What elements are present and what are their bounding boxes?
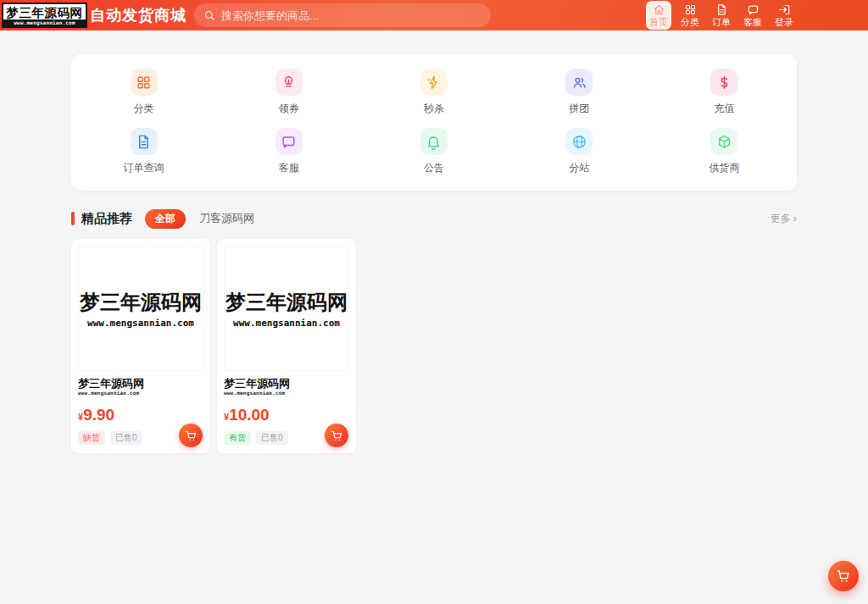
nav-item-categories[interactable]: 分类: [677, 1, 703, 30]
product-card[interactable]: 梦三年源码网 www.mengsannian.com 梦三年源码网 www.me…: [217, 239, 356, 453]
product-price: ¥10.00: [224, 407, 349, 425]
product-name-subtitle: www.mengsannian.com: [224, 390, 349, 396]
group-icon: [565, 69, 593, 96]
floating-cart-button[interactable]: [828, 561, 859, 591]
service-label: 秒杀: [424, 102, 444, 116]
file-icon: [131, 128, 158, 155]
section-accent-bar: [71, 212, 75, 225]
product-card[interactable]: 梦三年源码网 www.mengsannian.com 梦三年源码网 www.me…: [71, 239, 210, 453]
add-to-cart-button[interactable]: [179, 424, 203, 447]
login-icon: [778, 3, 791, 16]
home-icon: [653, 3, 665, 16]
product-image: 梦三年源码网 www.mengsannian.com: [78, 246, 203, 371]
nav-label: 首页: [649, 17, 668, 27]
service-item-categories[interactable]: 分类: [71, 69, 216, 116]
coupon-icon: [275, 69, 303, 96]
service-label: 拼团: [569, 102, 589, 116]
price-value: 9.90: [83, 406, 114, 424]
nav-item-orders[interactable]: 订单: [709, 1, 734, 30]
tab-daoke[interactable]: 刀客源码网: [199, 211, 254, 226]
cube-icon: [710, 128, 737, 155]
site-logo-url: www.mengsannian.com: [3, 19, 86, 26]
cart-icon: [185, 429, 198, 442]
quick-services-card: 分类 领券 秒杀 拼团 充值 订单查询 客服 公告: [71, 54, 797, 191]
service-label: 订单查询: [124, 161, 164, 175]
flash-icon: [420, 69, 448, 96]
search-input[interactable]: [221, 9, 481, 22]
tab-all[interactable]: 全部: [145, 209, 186, 229]
chat-icon: [747, 3, 760, 16]
service-label: 客服: [279, 161, 299, 175]
nav-item-login[interactable]: 登录: [771, 1, 797, 30]
add-to-cart-button[interactable]: [325, 424, 348, 447]
service-item-substation[interactable]: 分站: [507, 128, 652, 175]
price-value: 10.00: [229, 406, 270, 424]
product-name: 梦三年源码网: [224, 378, 349, 390]
service-label: 分类: [134, 102, 154, 116]
site-logo-title: 梦三年源码网: [7, 5, 83, 19]
dollar-icon: [710, 69, 737, 96]
cart-icon: [331, 429, 343, 442]
section-title: 精品推荐: [81, 211, 132, 227]
document-icon: [715, 3, 728, 16]
service-item-group-buy[interactable]: 拼团: [507, 69, 652, 116]
chat-icon: [275, 128, 303, 155]
service-item-order-lookup[interactable]: 订单查询: [71, 128, 216, 175]
site-logo[interactable]: 梦三年源码网 www.mengsannian.com: [2, 3, 87, 28]
chevron-right-icon: ›: [793, 213, 797, 224]
cart-icon: [836, 568, 851, 584]
nav-label: 分类: [681, 17, 699, 27]
product-image: 梦三年源码网 www.mengsannian.com: [224, 246, 349, 371]
service-label: 供货商: [709, 161, 739, 175]
grid-icon: [684, 3, 697, 16]
search-bar[interactable]: [194, 3, 491, 27]
bell-icon: [420, 128, 448, 155]
nav-label: 客服: [743, 17, 762, 27]
nav-item-home[interactable]: 首页: [646, 1, 671, 30]
sold-badge: 已售0: [110, 431, 142, 445]
stock-badge: 缺货: [78, 431, 105, 445]
search-icon: [203, 9, 215, 21]
service-item-support[interactable]: 客服: [216, 128, 361, 175]
product-image-subtitle: www.mengsannian.com: [233, 318, 340, 329]
service-label: 领券: [279, 102, 299, 116]
featured-section-header: 精品推荐 全部 刀客源码网 更多 ›: [71, 208, 797, 230]
nav-item-support[interactable]: 客服: [740, 1, 765, 30]
service-label: 充值: [714, 102, 734, 116]
service-item-flash-sale[interactable]: 秒杀: [361, 69, 506, 116]
globe-icon: [565, 128, 593, 155]
more-link[interactable]: 更多 ›: [771, 212, 797, 226]
stock-badge: 有货: [224, 431, 251, 445]
product-price: ¥9.90: [78, 407, 203, 425]
grid-icon: [131, 69, 158, 96]
product-image-title: 梦三年源码网: [80, 289, 202, 316]
more-label: 更多: [771, 212, 791, 226]
site-title: 自动发货商城: [90, 5, 186, 25]
service-label: 分站: [569, 161, 589, 175]
product-name-subtitle: www.mengsannian.com: [78, 390, 203, 396]
nav-label: 订单: [712, 17, 731, 27]
nav-label: 登录: [775, 17, 793, 27]
product-image-subtitle: www.mengsannian.com: [87, 318, 194, 329]
service-item-coupons[interactable]: 领券: [216, 69, 361, 116]
product-name: 梦三年源码网: [78, 378, 203, 390]
header-nav: 首页 分类 订单 客服 登录: [646, 1, 797, 30]
header: 梦三年源码网 www.mengsannian.com 自动发货商城 首页 分类 …: [0, 0, 868, 30]
service-item-announcements[interactable]: 公告: [361, 128, 506, 175]
service-item-recharge[interactable]: 充值: [652, 69, 797, 116]
main-content: 分类 领券 秒杀 拼团 充值 订单查询 客服 公告: [71, 54, 797, 453]
service-label: 公告: [424, 161, 444, 175]
product-grid: 梦三年源码网 www.mengsannian.com 梦三年源码网 www.me…: [71, 239, 797, 453]
sold-badge: 已售0: [256, 431, 288, 445]
product-image-title: 梦三年源码网: [225, 289, 348, 316]
service-item-supplier[interactable]: 供货商: [652, 128, 797, 175]
